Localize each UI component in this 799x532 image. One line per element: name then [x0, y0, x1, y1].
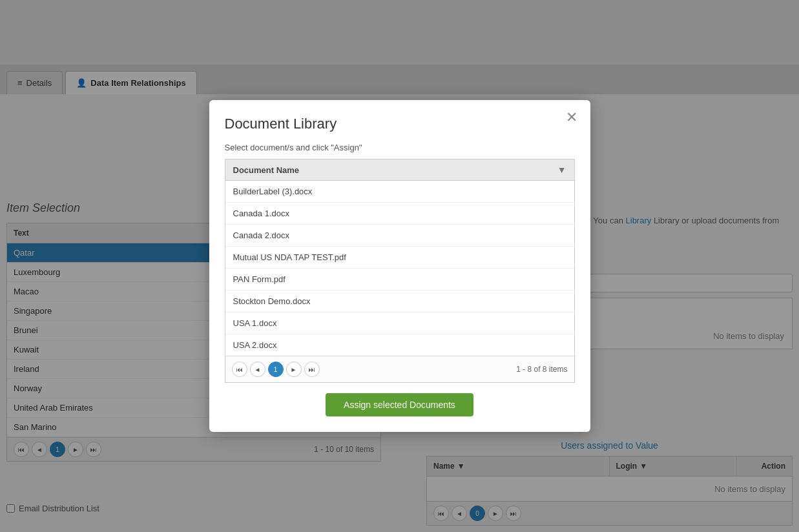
doc-next-btn[interactable]: ► [286, 362, 302, 377]
list-item[interactable]: PAN Form.pdf [225, 269, 574, 291]
list-item[interactable]: BuilderLabel (3).docx [225, 181, 574, 203]
doc-col-header: Document Name [233, 165, 300, 175]
list-item[interactable]: Mutual US NDA TAP TEST.pdf [225, 247, 574, 269]
document-library-modal: Document Library ✕ Select document/s and… [209, 100, 590, 432]
doc-rows-container: BuilderLabel (3).docxCanada 1.docxCanada… [225, 181, 574, 356]
modal-title: Document Library [225, 116, 575, 132]
doc-first-btn[interactable]: ⏮ [232, 362, 247, 377]
doc-table-header: Document Name ▼ [225, 159, 574, 181]
doc-last-btn[interactable]: ⏭ [304, 362, 320, 377]
doc-page-info: 1 - 8 of 8 items [516, 365, 567, 374]
list-item[interactable]: Canada 2.docx [225, 225, 574, 247]
doc-filter-icon[interactable]: ▼ [557, 165, 566, 175]
doc-prev-btn[interactable]: ◄ [250, 362, 265, 377]
doc-pagination: ⏮ ◄ 1 ► ⏭ 1 - 8 of 8 items [225, 356, 574, 382]
modal-overlay: Document Library ✕ Select document/s and… [0, 0, 799, 532]
document-table: Document Name ▼ BuilderLabel (3).docxCan… [225, 159, 575, 383]
doc-page-1-btn[interactable]: 1 [268, 362, 284, 377]
list-item[interactable]: USA 2.docx [225, 334, 574, 356]
modal-close-button[interactable]: ✕ [566, 110, 577, 125]
assign-documents-button[interactable]: Assign selected Documents [326, 393, 473, 416]
modal-subtitle: Select document/s and click "Assign" [225, 143, 575, 152]
list-item[interactable]: USA 1.docx [225, 312, 574, 334]
list-item[interactable]: Stockton Demo.docx [225, 291, 574, 312]
list-item[interactable]: Canada 1.docx [225, 203, 574, 225]
